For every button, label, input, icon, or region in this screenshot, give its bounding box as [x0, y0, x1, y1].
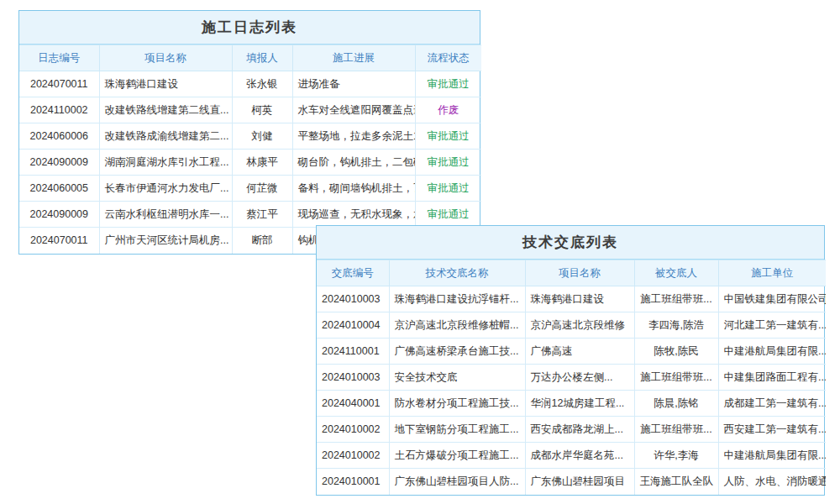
log-project-cell[interactable]: 改建铁路成渝线增建第二...	[99, 123, 232, 150]
disclosure-name-header: 技术交底名称	[389, 260, 525, 286]
disclosure-name-cell[interactable]: 安全技术交底	[389, 365, 525, 391]
disclosure-unit-cell: 中国铁建集团有限公司	[718, 286, 826, 312]
disclosure-unit-cell: 中建集团路面工程有...	[718, 365, 826, 391]
log-id-cell[interactable]: 2024090009	[19, 202, 99, 228]
log-status-cell: 审批通过	[415, 150, 481, 176]
disclosure-id-cell[interactable]: 2024040001	[317, 391, 389, 417]
tech-disclosure-head: 交底编号技术交底名称项目名称被交底人施工单位	[317, 260, 826, 286]
construction-log-panel: 施工日志列表 日志编号项目名称填报人施工进展流程状态 2024070011珠海鹤…	[18, 10, 480, 255]
disclosure-receiver-cell: 施工班组带班...	[634, 286, 718, 312]
table-row: 2024090009云南水利枢纽潜明水库一...蔡江平现场巡查，无积水现象，水.…	[19, 202, 481, 228]
disclosure-receiver-cell: 陈牧,陈民	[634, 339, 718, 365]
table-row: 2024040001防水卷材分项工程施工技...华润12城房建工程...陈晨,陈…	[317, 391, 826, 417]
table-row: 2024010002地下室钢筋分项工程施工...西安成都路龙湖上...施工班组带…	[317, 417, 826, 443]
table-row: 2024110001广佛高速桥梁承台施工技...广佛高速陈牧,陈民中建港航局集团…	[317, 339, 826, 365]
disclosure-unit-cell: 河北建工第一建筑有...	[718, 312, 826, 339]
log-progress-cell: 平整场地，拉走多余泥土15...	[292, 123, 415, 150]
log-reporter-cell[interactable]: 柯英	[232, 97, 292, 123]
disclosure-receiver-header: 被交底人	[634, 260, 718, 286]
disclosure-project-header: 项目名称	[525, 260, 634, 286]
disclosure-project-cell[interactable]: 京沪高速北京段维修	[525, 312, 634, 339]
disclosure-project-cell[interactable]: 珠海鹤港口建设	[525, 286, 634, 312]
log-project-cell[interactable]: 湖南洞庭湖水库引水工程...	[99, 150, 232, 176]
disclosure-id-cell[interactable]: 2024010001	[317, 469, 389, 495]
log-reporter-cell[interactable]: 张永银	[232, 71, 292, 97]
table-row: 2024010004京沪高速北京段维修桩帽...京沪高速北京段维修李四海,陈浩河…	[317, 312, 826, 339]
disclosure-name-cell[interactable]: 地下室钢筋分项工程施工...	[389, 417, 525, 443]
disclosure-project-cell[interactable]: 成都水岸华庭名苑...	[525, 443, 634, 469]
log-project-cell[interactable]: 长春市伊通河水力发电厂...	[99, 176, 232, 202]
disclosure-id-cell[interactable]: 2024010003	[317, 365, 389, 391]
log-progress-cell: 进场准备	[292, 71, 415, 97]
disclosure-id-cell[interactable]: 2024010002	[317, 417, 389, 443]
disclosure-name-cell[interactable]: 广东佛山碧桂园项目人防...	[389, 469, 525, 495]
log-progress-cell: 现场巡查，无积水现象，水...	[292, 202, 415, 228]
disclosure-id-cell[interactable]: 2024110001	[317, 339, 389, 365]
disclosure-id-cell[interactable]: 2024010004	[317, 312, 389, 339]
log-reporter-header: 填报人	[232, 45, 292, 71]
log-status-cell: 审批通过	[415, 176, 481, 202]
log-status-cell: 审批通过	[415, 202, 481, 228]
log-reporter-cell[interactable]: 刘健	[232, 123, 292, 150]
log-status-cell: 作废	[415, 97, 481, 123]
disclosure-receiver-cell: 施工班组带班...	[634, 365, 718, 391]
log-progress-cell: 水车对全线遮阳网覆盖点进...	[292, 97, 415, 123]
log-status-cell: 审批通过	[415, 123, 481, 150]
disclosure-project-cell[interactable]: 西安成都路龙湖上...	[525, 417, 634, 443]
disclosure-id-cell[interactable]: 2024010003	[317, 286, 389, 312]
log-id-cell[interactable]: 2024110002	[19, 97, 99, 123]
log-reporter-cell[interactable]: 林康平	[232, 150, 292, 176]
log-project-cell[interactable]: 广州市天河区统计局机房...	[99, 228, 232, 254]
disclosure-receiver-cell: 陈晨,陈铭	[634, 391, 718, 417]
log-id-cell[interactable]: 2024060005	[19, 176, 99, 202]
table-row: 2024090009湖南洞庭湖水库引水工程...林康平砌台阶，钩机排土，二包砌.…	[19, 150, 481, 176]
log-project-cell[interactable]: 云南水利枢纽潜明水库一...	[99, 202, 232, 228]
log-id-cell[interactable]: 2024070011	[19, 228, 99, 254]
table-row: 2024110002改建铁路线增建第二线直...柯英水车对全线遮阳网覆盖点进..…	[19, 97, 481, 123]
disclosure-project-cell[interactable]: 华润12城房建工程...	[525, 391, 634, 417]
log-progress-cell: 砌台阶，钩机排土，二包砌...	[292, 150, 415, 176]
log-progress-cell: 备料，砌间墙钩机排土，瓦...	[292, 176, 415, 202]
table-row: 2024070011珠海鹤港口建设张永银进场准备审批通过	[19, 71, 481, 97]
disclosure-unit-cell: 中建港航局集团有限...	[718, 339, 826, 365]
disclosure-name-cell[interactable]: 珠海鹤港口建设抗浮锚杆...	[389, 286, 525, 312]
disclosure-receiver-cell: 施工班组带班...	[634, 417, 718, 443]
tech-disclosure-table: 交底编号技术交底名称项目名称被交底人施工单位 2024010003珠海鹤港口建设…	[317, 260, 826, 495]
tech-disclosure-title: 技术交底列表	[317, 226, 824, 260]
log-id-cell[interactable]: 2024070011	[19, 71, 99, 97]
disclosure-project-cell[interactable]: 广佛高速	[525, 339, 634, 365]
disclosure-name-cell[interactable]: 土石方爆破分项工程施工...	[389, 443, 525, 469]
table-row: 2024060006改建铁路成渝线增建第二...刘健平整场地，拉走多余泥土15.…	[19, 123, 481, 150]
construction-log-header-row: 日志编号项目名称填报人施工进展流程状态	[19, 45, 481, 71]
log-project-cell[interactable]: 珠海鹤港口建设	[99, 71, 232, 97]
construction-log-head: 日志编号项目名称填报人施工进展流程状态	[19, 45, 481, 71]
log-project-header: 项目名称	[99, 45, 232, 71]
table-row: 2024010003珠海鹤港口建设抗浮锚杆...珠海鹤港口建设施工班组带班...…	[317, 286, 826, 312]
tech-disclosure-header-row: 交底编号技术交底名称项目名称被交底人施工单位	[317, 260, 826, 286]
table-row: 2024010003安全技术交底万达办公楼左侧...施工班组带班...中建集团路…	[317, 365, 826, 391]
disclosure-receiver-cell: 李四海,陈浩	[634, 312, 718, 339]
disclosure-name-cell[interactable]: 京沪高速北京段维修桩帽...	[389, 312, 525, 339]
disclosure-name-cell[interactable]: 广佛高速桥梁承台施工技...	[389, 339, 525, 365]
log-reporter-cell[interactable]: 断部	[232, 228, 292, 254]
table-row: 2024060005长春市伊通河水力发电厂...何芷微备料，砌间墙钩机排土，瓦.…	[19, 176, 481, 202]
tech-disclosure-body: 2024010003珠海鹤港口建设抗浮锚杆...珠海鹤港口建设施工班组带班...…	[317, 286, 826, 495]
construction-log-title: 施工日志列表	[19, 11, 480, 45]
disclosure-unit-cell: 中建港航局集团有限...	[718, 443, 826, 469]
log-project-cell[interactable]: 改建铁路线增建第二线直...	[99, 97, 232, 123]
log-id-header: 日志编号	[19, 45, 99, 71]
disclosure-unit-cell: 人防、水电、消防暖通	[718, 469, 826, 495]
disclosure-unit-cell: 成都建工第一建筑有...	[718, 391, 826, 417]
disclosure-project-cell[interactable]: 广东佛山碧桂园项目	[525, 469, 634, 495]
disclosure-name-cell[interactable]: 防水卷材分项工程施工技...	[389, 391, 525, 417]
log-id-cell[interactable]: 2024060006	[19, 123, 99, 150]
table-row: 2024010002土石方爆破分项工程施工...成都水岸华庭名苑...许华,李海…	[317, 443, 826, 469]
disclosure-id-header: 交底编号	[317, 260, 389, 286]
disclosure-receiver-cell: 王海施工队全队	[634, 469, 718, 495]
disclosure-unit-header: 施工单位	[718, 260, 826, 286]
log-reporter-cell[interactable]: 蔡江平	[232, 202, 292, 228]
disclosure-project-cell[interactable]: 万达办公楼左侧...	[525, 365, 634, 391]
disclosure-id-cell[interactable]: 2024010002	[317, 443, 389, 469]
log-reporter-cell[interactable]: 何芷微	[232, 176, 292, 202]
log-id-cell[interactable]: 2024090009	[19, 150, 99, 176]
